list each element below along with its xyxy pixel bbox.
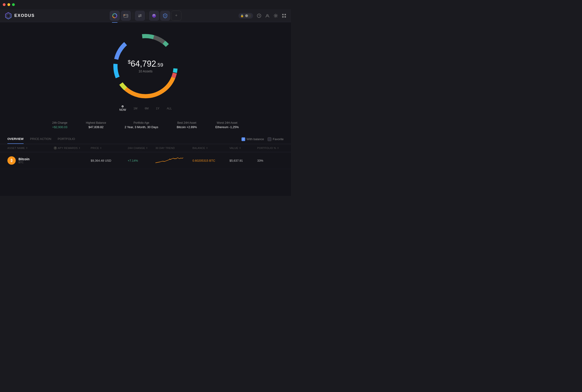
earn-icon: + xyxy=(162,13,168,18)
lock-toggle-button[interactable]: 🔒 xyxy=(238,13,253,18)
nav-btn-wallet[interactable] xyxy=(121,11,131,21)
asset-name-col-bitcoin: ₿ Bitcoin BTC xyxy=(8,156,54,165)
sort-icon-portfolio: ⇕ xyxy=(277,147,279,149)
tab-overview[interactable]: OVERVIEW xyxy=(8,134,24,144)
donut-chart: $64,792.59 10 Assets xyxy=(108,29,182,103)
bitcoin-trend-chart xyxy=(156,156,192,166)
sort-icon-change: ⇕ xyxy=(146,147,148,149)
nav-btn-nft[interactable] xyxy=(149,11,159,21)
logo-area: EXODUS xyxy=(5,12,51,20)
with-balance-checkbox[interactable] xyxy=(242,137,245,141)
timeline-1y[interactable]: 1Y xyxy=(156,107,160,110)
svg-rect-16 xyxy=(284,16,286,18)
header: EXODUS xyxy=(0,9,291,22)
th-price[interactable]: PRICE ⇕ xyxy=(91,146,128,150)
sort-icon-balance: ⇕ xyxy=(206,147,208,149)
nav-right: 🔒 xyxy=(240,13,286,18)
sort-icon-apy: ⇕ xyxy=(79,147,81,149)
swap-icon xyxy=(138,13,142,18)
timeline-1m[interactable]: 1M xyxy=(134,107,138,110)
bitcoin-value: $5,637.91 xyxy=(230,159,257,162)
apy-help-icon[interactable]: ? xyxy=(54,146,57,150)
nav-center: + + xyxy=(51,11,240,21)
bitcoin-name-stack: Bitcoin BTC xyxy=(18,157,30,164)
settings-button[interactable] xyxy=(274,14,278,18)
svg-rect-15 xyxy=(282,16,284,18)
stat-age-label: Portfolio Age xyxy=(125,121,158,124)
timeline-6m[interactable]: 6M xyxy=(145,107,149,110)
portfolio-total: $64,792.59 xyxy=(128,59,163,68)
bitcoin-24h-change: +7.14% xyxy=(128,159,156,162)
stat-worst-asset: Worst 24H Asset Ethereum -1,25% xyxy=(215,121,239,129)
th-asset-name[interactable]: ASSET NAME ⇕ xyxy=(8,146,54,150)
asset-table: ASSET NAME ⇕ ? APY REWARDS ⇕ PRICE ⇕ 24H… xyxy=(0,144,291,169)
timeline: NOW 1M 6M 1Y ALL xyxy=(119,106,172,112)
svg-marker-1 xyxy=(7,14,10,18)
sort-icon-name: ⇕ xyxy=(26,147,28,149)
wallet-icon xyxy=(123,13,128,18)
tab-portfolio[interactable]: PORTFOLIO xyxy=(58,134,75,144)
nav-btn-swap[interactable] xyxy=(135,11,145,21)
bitcoin-balance: 0.60205315 BTC xyxy=(192,159,230,162)
stat-24h-value: +$2,930.03 xyxy=(52,125,67,129)
donut-center: $64,792.59 10 Assets xyxy=(128,59,163,73)
traffic-light-yellow[interactable] xyxy=(8,3,10,6)
stats-bar: 24h Change +$2,930.03 Highest Balance $4… xyxy=(0,118,291,132)
main-content: $64,792.59 10 Assets NOW 1M 6M 1Y ALL xyxy=(0,22,291,196)
settings-icon xyxy=(274,14,278,18)
timeline-dot-now xyxy=(122,106,124,107)
nav-divider-1 xyxy=(133,12,133,19)
stat-highest-label: Highest Balance xyxy=(86,121,106,124)
svg-point-4 xyxy=(127,16,128,17)
nav-btn-portfolio[interactable] xyxy=(110,11,120,21)
portfolio-cents: .59 xyxy=(156,62,163,68)
th-apy-rewards[interactable]: ? APY REWARDS ⇕ xyxy=(54,146,91,150)
timeline-all[interactable]: ALL xyxy=(167,107,172,110)
svg-text:+: + xyxy=(165,15,166,17)
profile-button[interactable] xyxy=(265,14,270,18)
add-icon: + xyxy=(175,13,178,18)
tab-price-action[interactable]: PRICE ACTION xyxy=(30,134,51,144)
bitcoin-name: Bitcoin xyxy=(18,157,30,161)
th-value[interactable]: VALUE ⇕ xyxy=(230,146,257,150)
nav-btn-add[interactable]: + xyxy=(171,11,181,21)
table-header: ASSET NAME ⇕ ? APY REWARDS ⇕ PRICE ⇕ 24H… xyxy=(0,144,291,152)
tabs-right: With balance Favorite xyxy=(242,137,284,141)
bitcoin-portfolio-pct: 33% xyxy=(257,159,280,162)
stat-portfolio-age: Portfolio Age 2 Year, 3 Month, 30 Days xyxy=(125,121,158,129)
th-balance[interactable]: BALANCE ⇕ xyxy=(192,146,230,150)
traffic-light-red[interactable] xyxy=(3,3,6,6)
grid-button[interactable] xyxy=(282,14,286,18)
svg-point-12 xyxy=(275,15,276,16)
nav-btn-earn[interactable]: + xyxy=(160,11,170,21)
filter-with-balance[interactable]: With balance xyxy=(242,137,264,141)
sort-icon-value: ⇕ xyxy=(239,147,241,149)
grid-icon xyxy=(282,14,286,18)
stat-best-label: Best 24H Asset xyxy=(177,121,197,124)
stat-highest-balance: Highest Balance $47,839.82 xyxy=(86,121,106,129)
th-30day-trend: 30 DAY TREND xyxy=(156,146,192,150)
favorite-checkbox[interactable] xyxy=(268,137,271,141)
logo-text: EXODUS xyxy=(14,13,35,18)
th-24h-change[interactable]: 24H CHANGE ⇕ xyxy=(128,146,156,150)
portfolio-icon xyxy=(112,13,117,18)
stat-highest-value: $47,839.82 xyxy=(86,125,106,129)
chart-section: $64,792.59 10 Assets NOW 1M 6M 1Y ALL xyxy=(0,22,291,118)
bitcoin-icon: ₿ xyxy=(8,156,16,165)
stat-best-value: Bitcoin +2.89% xyxy=(177,125,197,129)
history-icon xyxy=(257,14,262,18)
timeline-now[interactable]: NOW xyxy=(119,106,126,112)
history-button[interactable] xyxy=(257,14,262,18)
svg-point-8 xyxy=(154,14,155,16)
table-row-bitcoin[interactable]: ₿ Bitcoin BTC $9,364.48 USD +7.14% 0.6 xyxy=(0,152,291,169)
tabs-section: OVERVIEW PRICE ACTION PORTFOLIO With bal… xyxy=(0,134,291,144)
th-portfolio-pct[interactable]: PORTFOLIO % ⇕ xyxy=(257,146,280,150)
traffic-light-green[interactable] xyxy=(12,3,15,6)
bitcoin-price: $9,364.48 USD xyxy=(91,159,128,162)
nft-icon xyxy=(152,13,156,18)
stat-worst-label: Worst 24H Asset xyxy=(215,121,239,124)
exodus-logo-icon xyxy=(5,12,12,20)
bitcoin-ticker: BTC xyxy=(18,161,30,164)
filter-favorite[interactable]: Favorite xyxy=(268,137,284,141)
currency-symbol: $ xyxy=(128,59,131,65)
